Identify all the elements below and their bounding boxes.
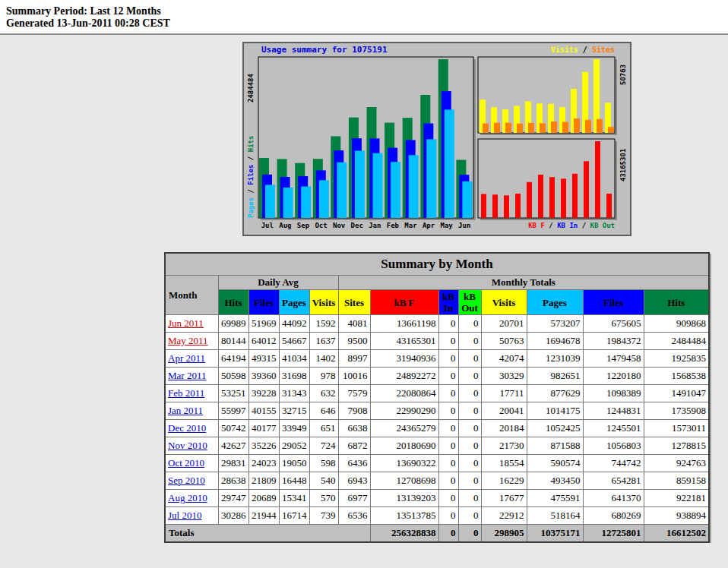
value-cell: 16448 [279,472,309,490]
value-cell: 1491047 [644,385,709,402]
month-link[interactable]: May 2011 [168,335,208,346]
value-cell: 15341 [279,490,309,507]
value-cell: 49315 [248,350,279,368]
value-cell: 641370 [583,490,644,507]
kbf-bar [572,174,578,218]
value-cell: 9500 [338,333,370,350]
month-link[interactable]: Mar 2011 [168,370,206,381]
sites-bar [505,123,511,133]
value-cell: 31343 [279,385,309,402]
value-cell: 69989 [218,315,248,333]
month-link[interactable]: Aug 2010 [168,492,207,503]
value-cell: 0 [438,472,458,490]
month-cell: Mar 2011 [165,368,218,385]
left-axis-max-label: 2484484 [247,73,255,103]
table-row: Oct 201029831240231905059864361369032200… [165,455,709,472]
kbf-bar [492,194,498,218]
value-cell: 29831 [218,455,248,472]
value-cell: 0 [458,455,481,472]
value-cell: 1573011 [644,420,709,437]
month-label: Aug [279,222,291,229]
value-cell: 40155 [248,402,279,420]
month-label: Jun [458,222,470,229]
table-row: Aug 201029747206891534157069771313920300… [165,490,709,507]
value-cell: 20041 [481,402,527,420]
pages-bar [301,187,311,219]
value-cell: 0 [438,368,458,385]
value-cell: 675605 [583,315,644,333]
value-cell: 0 [458,402,481,420]
col-daily-visits: Visits [309,290,338,315]
value-cell: 0 [458,368,481,385]
value-cell: 42627 [218,437,248,455]
month-link[interactable]: Sep 2010 [168,475,205,486]
value-cell: 50742 [218,420,248,437]
table-row: Dec 201050742401773394965166382436527900… [165,420,709,437]
value-cell: 0 [438,350,458,368]
value-cell: 598 [309,455,338,472]
value-cell: 16229 [481,472,527,490]
month-link[interactable]: Jan 2011 [168,405,203,416]
value-cell: 0 [458,437,481,455]
value-cell: 35226 [248,437,279,455]
group-daily-avg: Daily Avg [218,276,338,290]
month-link[interactable]: Nov 2010 [168,440,207,451]
value-cell: 30329 [481,368,527,385]
value-cell: 17711 [481,385,527,402]
month-label: Feb [387,222,400,229]
value-cell: 1245501 [583,420,644,437]
value-cell: 51969 [248,315,279,333]
month-cell: Aug 2010 [165,490,218,507]
month-link[interactable]: Feb 2011 [168,387,204,399]
value-cell: 18554 [481,455,527,472]
month-link[interactable]: Apr 2011 [168,352,205,364]
kbf-bar [504,195,509,218]
value-cell: 30286 [218,507,248,525]
month-label: Sep [297,222,310,229]
value-cell: 21809 [248,472,279,490]
value-cell: 16714 [279,507,309,525]
month-link[interactable]: Dec 2010 [168,422,206,434]
left-axis-series-label: Pages / Files / Hits [247,136,255,218]
month-link[interactable]: Oct 2010 [168,457,204,469]
value-cell: 938894 [644,507,709,525]
table-row: Jul 201030286219441671473965361351378500… [165,507,709,525]
value-cell: 909868 [644,315,709,333]
value-cell: 40177 [248,420,279,437]
sites-bar [574,118,580,133]
value-cell: 20689 [248,490,279,507]
col-daily-pages: Pages [279,290,309,315]
summary-table-container: Summary by Month Month Daily Avg Monthly… [0,252,728,543]
col-kbout: kB Out [458,290,481,315]
value-cell: 80144 [218,333,248,350]
group-monthly-totals: Monthly Totals [338,276,709,290]
value-cell: 13513785 [370,507,438,525]
kbf-bar [561,178,566,218]
value-cell: 41034 [279,350,309,368]
value-cell: 13661198 [370,315,438,333]
table-row: Apr 201164194493154103414028997319409360… [165,350,709,368]
col-kbf: kB F [370,290,438,315]
value-cell: 53251 [218,385,248,402]
value-cell: 493450 [527,472,583,490]
pages-bar [409,155,419,218]
pages-bar [283,188,293,218]
visits-axis-max-label: 50763 [619,65,627,85]
total-kbin: 0 [438,525,458,543]
value-cell: 19050 [279,455,309,472]
value-cell: 0 [438,402,458,420]
table-title: Summary by Month [165,253,709,276]
sites-bar [494,123,500,133]
pages-bar [337,163,347,218]
value-cell: 50763 [481,333,527,350]
pages-bar [391,162,400,218]
table-row: Feb 201153251392283134363275792208086400… [165,385,709,402]
value-cell: 54667 [279,333,309,350]
page-content: Usage summary for 1075191Visits / SitesK… [0,42,728,543]
month-link[interactable]: Jul 2010 [168,510,201,521]
kbytes-plot [478,139,615,218]
divider [0,33,728,35]
month-label: Apr [423,222,435,229]
month-link[interactable]: Jun 2011 [168,317,204,329]
usage-graph-svg: Usage summary for 1075191Visits / SitesK… [242,42,631,236]
